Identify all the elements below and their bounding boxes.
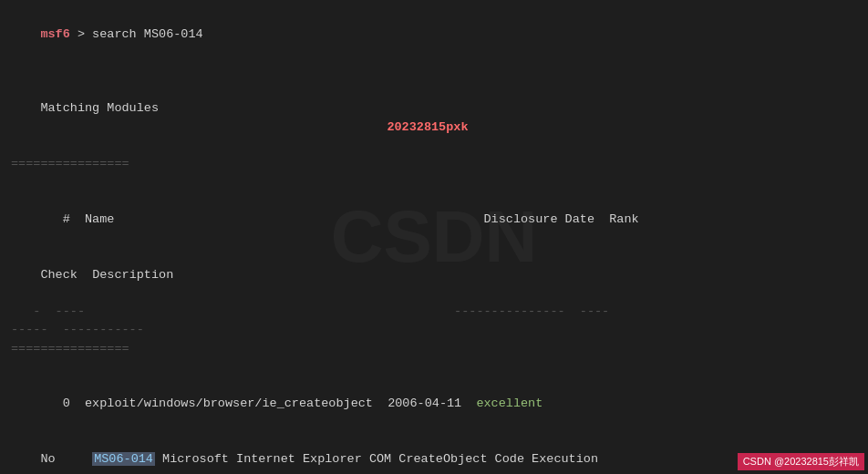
table-dash-2: ----- ----------- <box>11 321 857 339</box>
col-rank: Rank <box>609 212 638 226</box>
result-spacer3 <box>56 452 93 466</box>
result-date: 2006-04-11 <box>388 397 461 410</box>
table-header: # Name Disclosure Date Rank <box>11 192 857 248</box>
matching-text: Matching Modules <box>40 101 159 115</box>
col-date: Disclosure Date <box>484 212 610 226</box>
divider-1: ================ <box>11 155 857 173</box>
command-line-1: msf6 > search MS06-014 <box>11 7 857 63</box>
col-description: Description <box>92 268 173 282</box>
matching-modules-title: Matching Modules 20232815pxk <box>11 81 857 155</box>
terminal: CSDN msf6 > search MS06-014 Matching Mod… <box>0 0 868 474</box>
col-name: Name <box>85 212 483 226</box>
blank-line-1 <box>11 63 857 81</box>
result-row-1: 0 exploit/windows/browser/ie_createobjec… <box>11 376 857 432</box>
result-desc: Microsoft Internet Explorer COM CreateOb… <box>155 452 598 466</box>
prompt-msf6: msf6 <box>40 27 69 41</box>
blank-line-2 <box>11 173 857 191</box>
col-hash: # <box>40 212 85 226</box>
watermark-text: 20232815pxk <box>387 120 468 134</box>
result-check: No <box>40 452 55 466</box>
ms06-highlight: MS06-014 <box>92 452 155 466</box>
csdn-badge: CSDN @20232815彭祥凯 <box>738 453 864 470</box>
col-check: Check <box>40 268 92 282</box>
table-dash-1: - ---- --------------- ---- <box>11 303 857 321</box>
result-spacer <box>373 397 388 410</box>
result-row-2: No MS06-014 Microsoft Internet Explorer … <box>11 432 857 474</box>
prompt-arrow: > search MS06-014 <box>70 27 203 41</box>
table-header-2: Check Description <box>11 247 857 303</box>
result-num: 0 <box>40 397 85 410</box>
divider-2: ================ <box>11 340 857 358</box>
result-path: exploit/windows/browser/ie_createobject <box>85 397 373 410</box>
blank-line-3 <box>11 358 857 376</box>
result-rank: excellent <box>476 397 542 410</box>
result-spacer2 <box>461 397 476 410</box>
